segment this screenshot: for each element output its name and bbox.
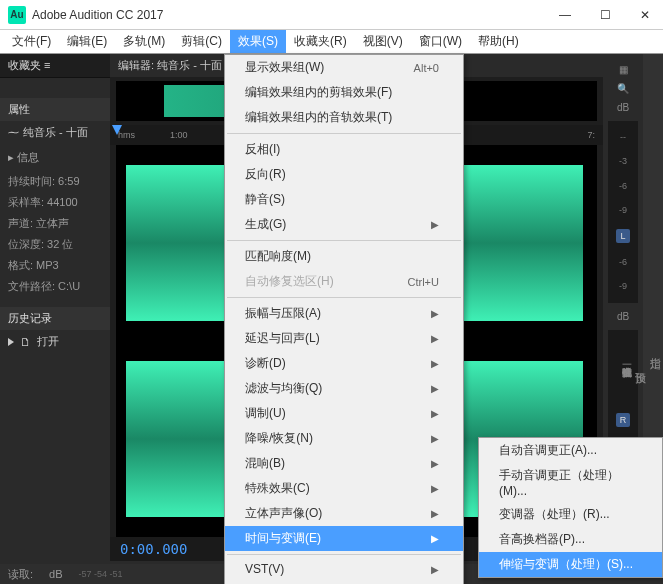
titlebar: Au Adobe Audition CC 2017 — ☐ ✕ (0, 0, 663, 30)
effects-dropdown: 显示效果组(W)Alt+0编辑效果组内的剪辑效果(F)编辑效果组内的音轨效果(T… (224, 54, 464, 584)
effects-item-2[interactable]: 编辑效果组内的音轨效果(T) (225, 105, 463, 130)
tab-menu-icon[interactable]: ≡ (44, 59, 50, 71)
menubar: 文件(F) 编辑(E) 多轨(M) 剪辑(C) 效果(S) 收藏夹(R) 视图(… (0, 30, 663, 54)
effects-item-1[interactable]: 编辑效果组内的剪辑效果(F) (225, 80, 463, 105)
effects-item-21[interactable]: 时间与变调(E)▶ (225, 526, 463, 551)
submenu-arrow-icon: ▶ (431, 533, 439, 544)
effects-item-15[interactable]: 滤波与均衡(Q)▶ (225, 376, 463, 401)
menu-favorites[interactable]: 收藏夹(R) (286, 30, 355, 53)
effects-item-9[interactable]: 匹配响度(M) (225, 244, 463, 269)
submenu-arrow-icon: ▶ (431, 508, 439, 519)
media-item[interactable]: ⁓ 纯音乐 - 十面 (0, 121, 110, 144)
submenu-arrow-icon: ▶ (431, 408, 439, 419)
submenu-arrow-icon: ▶ (431, 383, 439, 394)
waveform-icon: ⁓ (8, 126, 19, 139)
menu-multitrack[interactable]: 多轨(M) (115, 30, 173, 53)
effects-item-17[interactable]: 降噪/恢复(N)▶ (225, 426, 463, 451)
submenu-item-1[interactable]: 手动音调更正（处理）(M)... (479, 463, 662, 502)
search-icon[interactable]: 🔍 (617, 83, 629, 94)
effects-item-24[interactable]: 批处理(S)▶ (225, 580, 463, 584)
db-label: dB (617, 102, 629, 113)
left-panel: 收藏夹 ≡ 属性 ⁓ 纯音乐 - 十面 ▸ 信息 持续时间: 6:59 采样率:… (0, 54, 110, 584)
submenu-item-3[interactable]: 音高换档器(P)... (479, 527, 662, 552)
effects-item-14[interactable]: 诊断(D)▶ (225, 351, 463, 376)
app-title: Adobe Audition CC 2017 (32, 8, 555, 22)
effects-item-7[interactable]: 生成(G)▶ (225, 212, 463, 237)
media-label: 纯音乐 - 十面 (23, 125, 88, 140)
effects-item-19[interactable]: 特殊效果(C)▶ (225, 476, 463, 501)
close-button[interactable]: ✕ (635, 5, 655, 25)
channel-right-badge[interactable]: R (616, 413, 630, 427)
spectral-icon[interactable]: ▦ (619, 64, 628, 75)
effects-item-6[interactable]: 静音(S) (225, 187, 463, 212)
info-format: 格式: MP3 (0, 255, 110, 276)
submenu-arrow-icon: ▶ (431, 308, 439, 319)
info-duration: 持续时间: 6:59 (0, 171, 110, 192)
submenu-arrow-icon: ▶ (431, 358, 439, 369)
submenu-arrow-icon: ▶ (431, 433, 439, 444)
ruler-mark: 1:00 (170, 130, 188, 140)
submenu-arrow-icon: ▶ (431, 483, 439, 494)
maximize-button[interactable]: ☐ (595, 5, 615, 25)
info-samplerate: 采样率: 44100 (0, 192, 110, 213)
submenu-item-0[interactable]: 自动音调更正(A)... (479, 438, 662, 463)
status-db: dB (49, 568, 62, 580)
channel-left-badge[interactable]: L (616, 229, 630, 243)
app-icon: Au (8, 6, 26, 24)
effects-item-5[interactable]: 反向(R) (225, 162, 463, 187)
properties-tab[interactable]: 属性 (0, 98, 110, 121)
effects-item-16[interactable]: 调制(U)▶ (225, 401, 463, 426)
submenu-arrow-icon: ▶ (431, 333, 439, 344)
info-channels: 声道: 立体声 (0, 213, 110, 234)
favorites-tab[interactable]: 收藏夹 ≡ (0, 54, 110, 78)
effects-item-10[interactable]: 自动修复选区(H)Ctrl+U (225, 269, 463, 294)
play-icon (8, 338, 14, 346)
ruler-unit: hms (118, 130, 135, 140)
info-bitdepth: 位深度: 32 位 (0, 234, 110, 255)
submenu-arrow-icon: ▶ (431, 458, 439, 469)
effects-item-4[interactable]: 反相(I) (225, 137, 463, 162)
folder-icon: 🗋 (20, 336, 31, 348)
status-db-marks: -57 -54 -51 (79, 569, 123, 579)
minimize-button[interactable]: — (555, 5, 575, 25)
menu-view[interactable]: 视图(V) (355, 30, 411, 53)
db-label: dB (617, 311, 629, 322)
submenu-item-4[interactable]: 伸缩与变调（处理）(S)... (479, 552, 662, 577)
menu-effects[interactable]: 效果(S) (230, 30, 286, 53)
info-header[interactable]: ▸ 信息 (0, 144, 110, 171)
history-tab[interactable]: 历史记录 (0, 307, 110, 330)
info-path: 文件路径: C:\U (0, 276, 110, 297)
history-item-open[interactable]: 🗋 打开 (0, 330, 110, 353)
menu-help[interactable]: 帮助(H) (470, 30, 527, 53)
effects-item-13[interactable]: 延迟与回声(L)▶ (225, 326, 463, 351)
menu-edit[interactable]: 编辑(E) (59, 30, 115, 53)
effects-item-18[interactable]: 混响(B)▶ (225, 451, 463, 476)
effects-item-20[interactable]: 立体声声像(O)▶ (225, 501, 463, 526)
time-pitch-submenu: 自动音调更正(A)...手动音调更正（处理）(M)...变调器（处理）(R)..… (478, 437, 663, 578)
menu-file[interactable]: 文件(F) (4, 30, 59, 53)
ruler-mark: 7: (587, 130, 595, 140)
effects-item-0[interactable]: 显示效果组(W)Alt+0 (225, 55, 463, 80)
db-scale-left: -- -3 -6 -9 L -6 -9 (608, 121, 638, 303)
status-reading: 读取: (8, 567, 33, 582)
menu-clip[interactable]: 剪辑(C) (173, 30, 230, 53)
menu-window[interactable]: 窗口(W) (411, 30, 470, 53)
submenu-arrow-icon: ▶ (431, 219, 439, 230)
effects-item-23[interactable]: VST(V)▶ (225, 558, 463, 580)
submenu-item-2[interactable]: 变调器（处理）(R)... (479, 502, 662, 527)
submenu-arrow-icon: ▶ (431, 564, 439, 575)
effects-item-12[interactable]: 振幅与压限(A)▶ (225, 301, 463, 326)
